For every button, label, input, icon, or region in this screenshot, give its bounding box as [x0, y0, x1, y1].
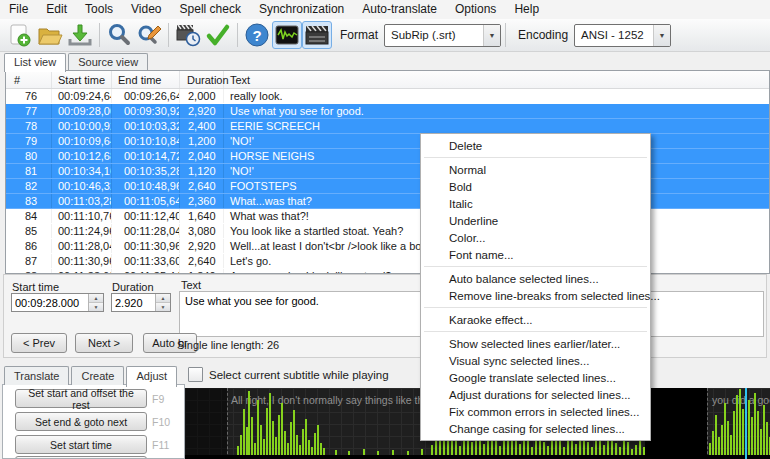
- duration-spinner[interactable]: ▲▼: [111, 293, 171, 312]
- menu-edit[interactable]: Edit: [37, 0, 76, 19]
- toolbar-separator: [168, 23, 169, 47]
- table-row[interactable]: 8200:10:46,32000:10:48,9602,640FOOTSTEPS: [6, 179, 769, 194]
- column-header-text[interactable]: Text: [224, 71, 769, 88]
- help-button[interactable]: ?: [242, 21, 272, 49]
- find-button[interactable]: [104, 21, 134, 49]
- start-time-spinner[interactable]: ▲▼: [11, 293, 104, 312]
- menu-item-delete[interactable]: Delete: [422, 137, 649, 154]
- waveform-bar: [443, 440, 445, 455]
- column-header-number[interactable]: #: [6, 71, 52, 88]
- visual-sync-button[interactable]: [173, 21, 203, 49]
- cell-duration: 1,120: [180, 164, 224, 178]
- select-current-subtitle-checkbox[interactable]: [188, 367, 203, 382]
- waveform-bar: [766, 422, 768, 455]
- waveform-bar: [254, 443, 256, 455]
- tab-create[interactable]: Create: [71, 366, 124, 385]
- waveform-bar: [302, 429, 304, 455]
- table-row[interactable]: 8600:11:28,04000:11:30,9602,920Well...at…: [6, 239, 769, 254]
- menu-item-visual-sync-selected-lines[interactable]: Visual sync selected lines...: [422, 352, 649, 369]
- prev-button[interactable]: < Prev: [11, 333, 67, 353]
- table-row[interactable]: 8300:11:03,28000:11:05,6402,360What...wa…: [6, 194, 769, 209]
- waveform-bar: [431, 445, 433, 455]
- set-end-goto-next-button[interactable]: Set end & goto next: [15, 412, 147, 431]
- waveform-bar: [243, 409, 245, 455]
- menu-item-auto-balance-selected-lines[interactable]: Auto balance selected lines...: [422, 270, 649, 287]
- table-row[interactable]: 8000:10:12,68000:10:14,7202,040HORSE NEI…: [6, 149, 769, 164]
- waveform-bar: [519, 444, 521, 455]
- shortcut-key-label: F9: [152, 393, 164, 405]
- waveform-bar: [263, 439, 265, 455]
- arrow-down-icon[interactable]: ▼: [156, 303, 170, 311]
- menu-tools[interactable]: Tools: [76, 0, 122, 19]
- spell-check-button[interactable]: [203, 21, 233, 49]
- arrow-up-icon[interactable]: ▲: [156, 294, 170, 303]
- table-row[interactable]: 7700:09:28,00000:09:30,9202,920Use what …: [6, 104, 769, 119]
- playhead-cursor[interactable]: [745, 388, 747, 459]
- cell-duration: 1,640: [180, 209, 224, 223]
- table-row[interactable]: 8400:11:10,76000:11:12,4001,640What was …: [6, 209, 769, 224]
- table-row[interactable]: 7900:10:09,64000:10:10,8401,200'NO!': [6, 134, 769, 149]
- table-row[interactable]: 7600:09:24,64000:09:26,6402,000really lo…: [6, 89, 769, 104]
- waveform-bar: [317, 425, 319, 455]
- set-start-time-button[interactable]: Set start time: [15, 435, 147, 454]
- cell-end-time: 00:11:05,640: [112, 194, 180, 208]
- table-row[interactable]: 8700:11:30,96000:11:33,6002,640Let's go.: [6, 254, 769, 269]
- menu-item-change-casing-for-selected-lines[interactable]: Change casing for selected lines...: [422, 420, 649, 437]
- menu-synchronization[interactable]: Synchronization: [250, 0, 353, 19]
- start-time-input[interactable]: [12, 294, 88, 311]
- menu-video[interactable]: Video: [122, 0, 170, 19]
- cell-number: 77: [6, 104, 52, 118]
- duration-label: Duration: [112, 281, 154, 293]
- cell-end-time: 00:09:30,920: [112, 104, 180, 118]
- tab-translate[interactable]: Translate: [4, 366, 69, 385]
- encoding-dropdown[interactable]: ANSI - 1252 ▼: [574, 24, 671, 47]
- subtitle-boundary-marker[interactable]: [227, 388, 228, 459]
- open-file-button[interactable]: [35, 21, 65, 49]
- next-button[interactable]: Next >: [75, 333, 133, 353]
- spinner-arrows[interactable]: ▲▼: [88, 294, 103, 311]
- menu-item-font-name[interactable]: Font name...: [422, 246, 649, 263]
- menu-help[interactable]: Help: [505, 0, 548, 19]
- menu-item-google-translate-selected-lines[interactable]: Google translate selected lines...: [422, 369, 649, 386]
- column-header-start[interactable]: Start time: [52, 71, 112, 88]
- menu-separator: [424, 266, 647, 267]
- tab-adjust[interactable]: Adjust: [126, 366, 177, 387]
- waveform-toggle-button[interactable]: [272, 21, 302, 49]
- tab-list-view[interactable]: List view: [4, 53, 66, 72]
- replace-button[interactable]: [134, 21, 164, 49]
- replace-icon: [136, 22, 162, 48]
- waveform-bar: [736, 395, 738, 455]
- duration-input[interactable]: [112, 294, 155, 311]
- video-toggle-button[interactable]: [302, 21, 332, 49]
- menu-item-remove-line-breaks-from-selected-lines[interactable]: Remove line-breaks from selected lines..…: [422, 287, 649, 304]
- menu-item-color[interactable]: Color...: [422, 229, 649, 246]
- menu-spell-check[interactable]: Spell check: [171, 0, 250, 19]
- menu-item-karaoke-effect[interactable]: Karaoke effect...: [422, 311, 649, 328]
- menu-item-show-selected-lines-earlier-later[interactable]: Show selected lines earlier/later...: [422, 335, 649, 352]
- set-start-and-offset-the-rest-button[interactable]: Set start and offset the rest: [15, 389, 147, 408]
- menu-item-bold[interactable]: Bold: [422, 178, 649, 195]
- format-dropdown[interactable]: SubRip (.srt) ▼: [384, 24, 501, 47]
- save-button[interactable]: [65, 21, 95, 49]
- menu-options[interactable]: Options: [446, 0, 505, 19]
- table-row[interactable]: 8100:10:34,16000:10:35,2801,120'NO!': [6, 164, 769, 179]
- menu-item-italic[interactable]: Italic: [422, 195, 649, 212]
- menu-item-normal[interactable]: Normal: [422, 161, 649, 178]
- table-row[interactable]: 8500:11:24,96000:11:28,0403,080You look …: [6, 224, 769, 239]
- spinner-arrows[interactable]: ▲▼: [155, 294, 170, 311]
- menu-item-adjust-durations-for-selected-lines[interactable]: Adjust durations for selected lines...: [422, 386, 649, 403]
- table-row[interactable]: 7800:10:00,92000:10:03,3202,400EERIE SCR…: [6, 119, 769, 134]
- menu-item-underline[interactable]: Underline: [422, 212, 649, 229]
- menu-item-fix-common-errors-in-selected-lines[interactable]: Fix common errors in selected lines...: [422, 403, 649, 420]
- arrow-up-icon[interactable]: ▲: [89, 294, 103, 303]
- menu-auto-translate[interactable]: Auto-translate: [353, 0, 446, 19]
- tab-source-view[interactable]: Source view: [68, 53, 148, 71]
- subtitle-boundary-marker[interactable]: [707, 388, 708, 459]
- column-header-end[interactable]: End time: [112, 71, 180, 88]
- arrow-down-icon[interactable]: ▼: [89, 303, 103, 311]
- column-header-duration[interactable]: Duration: [180, 71, 224, 88]
- main-toolbar: ? Format SubRip (.srt) ▼ Encoding ANSI -: [0, 19, 770, 52]
- menu-file[interactable]: File: [0, 0, 37, 19]
- encoding-value: ANSI - 1252: [575, 29, 653, 41]
- new-file-button[interactable]: [5, 21, 35, 49]
